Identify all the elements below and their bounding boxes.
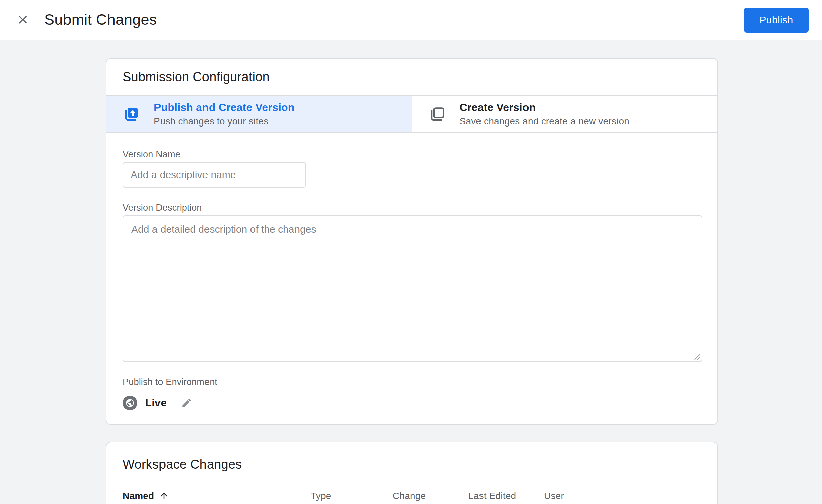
workspace-card-title: Workspace Changes [123, 457, 242, 472]
sort-ascending-icon [159, 491, 169, 501]
column-header-user[interactable]: User [544, 491, 701, 501]
column-header-named[interactable]: Named [123, 491, 311, 501]
close-icon [16, 13, 30, 27]
version-name-label: Version Name [123, 149, 701, 159]
tab-title: Create Version [460, 101, 630, 114]
column-header-last-edited[interactable]: Last Edited [468, 491, 544, 501]
page-title: Submit Changes [44, 11, 157, 29]
tab-title: Publish and Create Version [154, 101, 295, 114]
submission-form: Version Name Version Description Publish… [106, 149, 717, 412]
workspace-changes-card: Workspace Changes Named Type Change Last… [106, 442, 718, 504]
workspace-changes-table-header: Named Type Change Last Edited User [123, 486, 701, 504]
publish-to-environment-label: Publish to Environment [123, 377, 701, 387]
tab-publish-and-create-version[interactable]: Publish and Create Version Push changes … [106, 96, 412, 132]
publish-icon [123, 106, 139, 122]
tab-subtitle: Push changes to your sites [154, 116, 295, 127]
version-description-label: Version Description [123, 203, 701, 213]
tab-create-version[interactable]: Create Version Save changes and create a… [412, 96, 718, 132]
submission-configuration-card: Submission Configuration Publish and Cre… [106, 58, 718, 425]
workspace-card-header: Workspace Changes [106, 442, 717, 478]
edit-environment-button[interactable] [181, 397, 193, 409]
environment-row: Live [123, 394, 701, 412]
tab-text: Create Version Save changes and create a… [460, 101, 630, 127]
tab-subtitle: Save changes and create a new version [460, 116, 630, 127]
submission-card-header: Submission Configuration [106, 59, 717, 95]
column-header-type[interactable]: Type [311, 491, 393, 501]
column-header-change[interactable]: Change [393, 491, 468, 501]
create-version-icon [428, 106, 445, 122]
version-name-input[interactable] [123, 162, 306, 188]
version-description-wrap [123, 215, 702, 362]
submission-card-title: Submission Configuration [123, 70, 270, 84]
publish-button[interactable]: Publish [744, 8, 809, 33]
version-description-textarea[interactable] [123, 215, 702, 362]
edit-pencil-icon [181, 397, 192, 409]
close-button[interactable] [15, 12, 31, 28]
column-label: Named [123, 491, 154, 501]
environment-globe-icon [123, 396, 137, 410]
submission-type-tabs: Publish and Create Version Push changes … [106, 95, 717, 133]
topbar: Submit Changes Publish [0, 0, 822, 40]
tab-text: Publish and Create Version Push changes … [154, 101, 295, 127]
environment-value: Live [145, 397, 167, 409]
